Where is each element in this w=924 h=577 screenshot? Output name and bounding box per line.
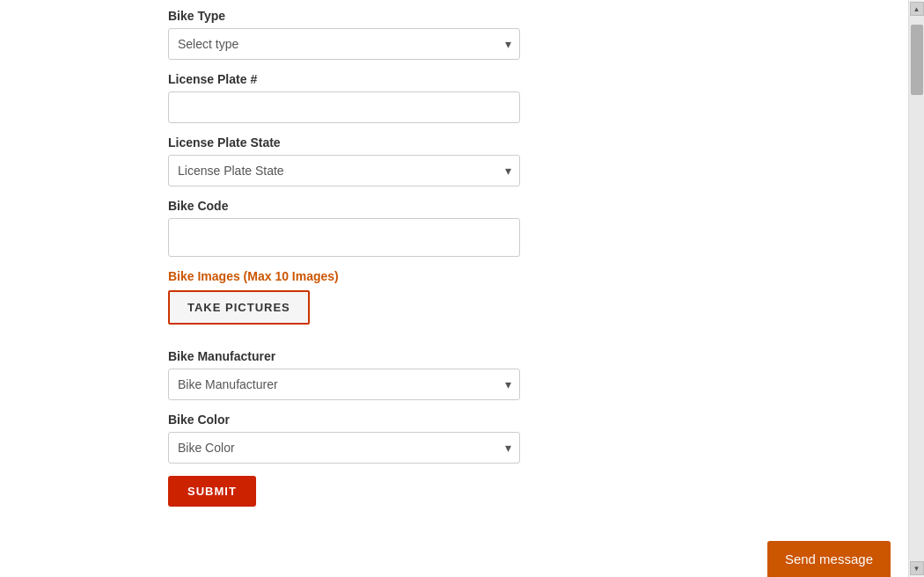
bike-type-label: Bike Type	[168, 9, 520, 23]
bike-color-group: Bike Color Bike Color Red Blue Black Whi…	[168, 413, 520, 464]
submit-group: SUBMIT	[168, 476, 520, 507]
scrollbar-thumb[interactable]	[911, 25, 923, 95]
right-area: Send message	[688, 0, 908, 577]
scroll-up-arrow[interactable]: ▲	[910, 2, 924, 16]
bike-manufacturer-label: Bike Manufacturer	[168, 349, 520, 363]
bike-type-select-wrapper: Select type Mountain Road Hybrid Electri…	[168, 28, 520, 60]
license-plate-state-label: License Plate State	[168, 135, 520, 150]
license-plate-state-group: License Plate State License Plate State …	[168, 135, 520, 186]
scrollbar: ▲ ▼	[908, 0, 924, 577]
license-plate-number-label: License Plate #	[168, 72, 520, 86]
bike-color-select[interactable]: Bike Color Red Blue Black White Green	[168, 432, 520, 464]
bike-manufacturer-select-wrapper: Bike Manufacturer Trek Specialized Giant…	[168, 369, 520, 400]
scroll-down-arrow[interactable]: ▼	[910, 561, 924, 575]
bike-manufacturer-select[interactable]: Bike Manufacturer Trek Specialized Giant…	[168, 369, 520, 400]
take-pictures-button[interactable]: TAKE PICTURES	[168, 290, 310, 325]
scrollbar-track[interactable]	[909, 16, 924, 561]
bike-color-select-wrapper: Bike Color Red Blue Black White Green	[168, 432, 520, 464]
bike-images-group: Bike Images (Max 10 Images) TAKE PICTURE…	[168, 269, 520, 337]
bike-code-group: Bike Code	[168, 199, 520, 257]
bike-images-label: Bike Images (Max 10 Images)	[168, 269, 520, 283]
send-message-button[interactable]: Send message	[767, 541, 891, 577]
bike-code-label: Bike Code	[168, 199, 520, 213]
license-plate-state-select-wrapper: License Plate State Alabama Alaska Arizo…	[168, 155, 520, 186]
bike-type-select[interactable]: Select type Mountain Road Hybrid Electri…	[168, 28, 520, 60]
submit-button[interactable]: SUBMIT	[168, 476, 256, 507]
bike-manufacturer-group: Bike Manufacturer Bike Manufacturer Trek…	[168, 349, 520, 400]
license-plate-state-select[interactable]: License Plate State Alabama Alaska Arizo…	[168, 155, 520, 186]
license-plate-number-group: License Plate #	[168, 72, 520, 123]
bike-type-group: Bike Type Select type Mountain Road Hybr…	[168, 9, 520, 60]
bike-color-label: Bike Color	[168, 413, 520, 427]
license-plate-number-input[interactable]	[168, 91, 520, 123]
bike-code-input[interactable]	[168, 218, 520, 257]
